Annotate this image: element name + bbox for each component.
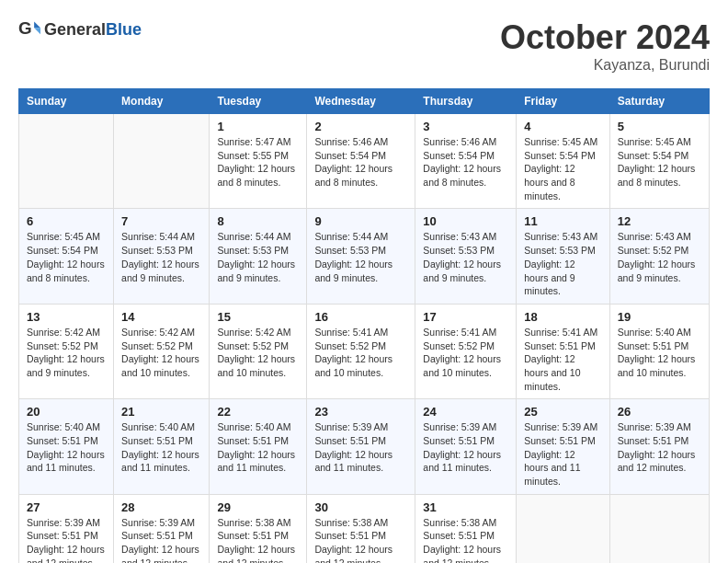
day-number: 29 — [217, 500, 299, 514]
table-row: 26Sunrise: 5:39 AMSunset: 5:51 PMDayligh… — [609, 399, 709, 494]
day-number: 21 — [121, 405, 201, 419]
table-row: 4Sunrise: 5:45 AMSunset: 5:54 PMDaylight… — [517, 114, 610, 209]
day-info: Sunrise: 5:44 AMSunset: 5:53 PMDaylight:… — [314, 230, 407, 284]
logo-text: GeneralBlue — [44, 20, 142, 40]
day-info: Sunrise: 5:46 AMSunset: 5:54 PMDaylight:… — [314, 135, 407, 190]
day-info: Sunrise: 5:42 AMSunset: 5:52 PMDaylight:… — [27, 326, 106, 380]
day-info: Sunrise: 5:47 AMSunset: 5:55 PMDaylight:… — [217, 135, 299, 190]
table-row: 29Sunrise: 5:38 AMSunset: 5:51 PMDayligh… — [210, 494, 307, 563]
day-info: Sunrise: 5:38 AMSunset: 5:51 PMDaylight:… — [314, 516, 407, 563]
table-row: 8Sunrise: 5:44 AMSunset: 5:53 PMDaylight… — [210, 209, 307, 304]
table-row: 11Sunrise: 5:43 AMSunset: 5:53 PMDayligh… — [517, 209, 610, 304]
svg-marker-1 — [34, 21, 40, 28]
col-monday: Monday — [114, 89, 210, 114]
day-number: 19 — [618, 310, 701, 324]
table-row: 31Sunrise: 5:38 AMSunset: 5:51 PMDayligh… — [415, 494, 517, 563]
day-info: Sunrise: 5:41 AMSunset: 5:52 PMDaylight:… — [423, 326, 508, 380]
day-number: 24 — [423, 405, 508, 419]
table-row: 22Sunrise: 5:40 AMSunset: 5:51 PMDayligh… — [210, 399, 307, 494]
day-number: 10 — [423, 214, 508, 228]
logo-blue: Blue — [106, 20, 142, 39]
day-info: Sunrise: 5:38 AMSunset: 5:51 PMDaylight:… — [217, 516, 299, 563]
logo-icon: G — [18, 18, 40, 40]
day-number: 11 — [524, 214, 602, 228]
calendar-table: Sunday Monday Tuesday Wednesday Thursday… — [18, 88, 710, 563]
table-row: 20Sunrise: 5:40 AMSunset: 5:51 PMDayligh… — [19, 399, 114, 494]
day-number: 18 — [524, 310, 602, 324]
table-row — [609, 494, 709, 563]
table-row: 7Sunrise: 5:44 AMSunset: 5:53 PMDaylight… — [114, 209, 210, 304]
day-number: 8 — [217, 214, 299, 228]
table-row: 12Sunrise: 5:43 AMSunset: 5:52 PMDayligh… — [609, 209, 709, 304]
day-number: 17 — [423, 310, 508, 324]
day-number: 16 — [314, 310, 407, 324]
table-row: 28Sunrise: 5:39 AMSunset: 5:51 PMDayligh… — [114, 494, 210, 563]
table-row: 23Sunrise: 5:39 AMSunset: 5:51 PMDayligh… — [307, 399, 415, 494]
table-row: 13Sunrise: 5:42 AMSunset: 5:52 PMDayligh… — [19, 304, 114, 398]
day-number: 28 — [121, 500, 201, 514]
table-row: 19Sunrise: 5:40 AMSunset: 5:51 PMDayligh… — [609, 304, 709, 398]
table-row: 24Sunrise: 5:39 AMSunset: 5:51 PMDayligh… — [415, 399, 517, 494]
col-thursday: Thursday — [415, 89, 517, 114]
month-title: October 2024 — [500, 18, 710, 57]
table-row: 14Sunrise: 5:42 AMSunset: 5:52 PMDayligh… — [114, 304, 210, 398]
day-number: 1 — [217, 120, 299, 133]
logo: G GeneralBlue — [18, 18, 142, 40]
day-info: Sunrise: 5:45 AMSunset: 5:54 PMDaylight:… — [618, 135, 701, 190]
day-info: Sunrise: 5:39 AMSunset: 5:51 PMDaylight:… — [423, 420, 508, 475]
day-number: 30 — [314, 500, 407, 514]
day-info: Sunrise: 5:43 AMSunset: 5:53 PMDaylight:… — [423, 230, 508, 284]
day-info: Sunrise: 5:46 AMSunset: 5:54 PMDaylight:… — [423, 135, 508, 190]
table-row: 1Sunrise: 5:47 AMSunset: 5:55 PMDaylight… — [210, 114, 307, 209]
day-info: Sunrise: 5:38 AMSunset: 5:51 PMDaylight:… — [423, 516, 508, 563]
day-info: Sunrise: 5:45 AMSunset: 5:54 PMDaylight:… — [524, 135, 602, 202]
day-info: Sunrise: 5:44 AMSunset: 5:53 PMDaylight:… — [121, 230, 201, 284]
day-info: Sunrise: 5:39 AMSunset: 5:51 PMDaylight:… — [618, 420, 701, 475]
day-number: 31 — [423, 500, 508, 514]
day-info: Sunrise: 5:42 AMSunset: 5:52 PMDaylight:… — [217, 326, 299, 380]
svg-text:G: G — [18, 18, 32, 38]
table-row: 15Sunrise: 5:42 AMSunset: 5:52 PMDayligh… — [210, 304, 307, 398]
day-info: Sunrise: 5:39 AMSunset: 5:51 PMDaylight:… — [524, 420, 602, 488]
day-info: Sunrise: 5:40 AMSunset: 5:51 PMDaylight:… — [27, 420, 106, 475]
day-info: Sunrise: 5:39 AMSunset: 5:51 PMDaylight:… — [27, 516, 106, 563]
day-number: 3 — [423, 120, 508, 133]
table-row: 6Sunrise: 5:45 AMSunset: 5:54 PMDaylight… — [19, 209, 114, 304]
table-row — [19, 114, 114, 209]
table-row — [517, 494, 610, 563]
table-row: 2Sunrise: 5:46 AMSunset: 5:54 PMDaylight… — [307, 114, 415, 209]
table-row: 17Sunrise: 5:41 AMSunset: 5:52 PMDayligh… — [415, 304, 517, 398]
table-row: 10Sunrise: 5:43 AMSunset: 5:53 PMDayligh… — [415, 209, 517, 304]
day-info: Sunrise: 5:43 AMSunset: 5:52 PMDaylight:… — [618, 230, 701, 284]
day-info: Sunrise: 5:39 AMSunset: 5:51 PMDaylight:… — [121, 516, 201, 563]
table-row: 21Sunrise: 5:40 AMSunset: 5:51 PMDayligh… — [114, 399, 210, 494]
col-saturday: Saturday — [609, 89, 709, 114]
table-row: 9Sunrise: 5:44 AMSunset: 5:53 PMDaylight… — [307, 209, 415, 304]
day-number: 15 — [217, 310, 299, 324]
title-area: October 2024 Kayanza, Burundi — [500, 18, 710, 74]
table-row: 3Sunrise: 5:46 AMSunset: 5:54 PMDaylight… — [415, 114, 517, 209]
header: G GeneralBlue October 2024 Kayanza, Buru… — [18, 18, 710, 74]
day-info: Sunrise: 5:42 AMSunset: 5:52 PMDaylight:… — [121, 326, 201, 380]
day-info: Sunrise: 5:39 AMSunset: 5:51 PMDaylight:… — [314, 420, 407, 475]
day-number: 5 — [618, 120, 701, 133]
day-number: 23 — [314, 405, 407, 419]
table-row: 18Sunrise: 5:41 AMSunset: 5:51 PMDayligh… — [517, 304, 610, 398]
day-number: 13 — [27, 310, 106, 324]
calendar-week-row: 6Sunrise: 5:45 AMSunset: 5:54 PMDaylight… — [19, 209, 710, 304]
day-info: Sunrise: 5:40 AMSunset: 5:51 PMDaylight:… — [618, 326, 701, 380]
table-row: 27Sunrise: 5:39 AMSunset: 5:51 PMDayligh… — [19, 494, 114, 563]
table-row: 30Sunrise: 5:38 AMSunset: 5:51 PMDayligh… — [307, 494, 415, 563]
col-friday: Friday — [517, 89, 610, 114]
day-info: Sunrise: 5:44 AMSunset: 5:53 PMDaylight:… — [217, 230, 299, 284]
calendar-week-row: 27Sunrise: 5:39 AMSunset: 5:51 PMDayligh… — [19, 494, 710, 563]
table-row: 16Sunrise: 5:41 AMSunset: 5:52 PMDayligh… — [307, 304, 415, 398]
day-number: 20 — [27, 405, 106, 419]
logo-general: General — [44, 20, 106, 39]
svg-marker-2 — [34, 28, 40, 34]
calendar-week-row: 1Sunrise: 5:47 AMSunset: 5:55 PMDaylight… — [19, 114, 710, 209]
day-info: Sunrise: 5:43 AMSunset: 5:53 PMDaylight:… — [524, 230, 602, 297]
day-number: 22 — [217, 405, 299, 419]
calendar-week-row: 13Sunrise: 5:42 AMSunset: 5:52 PMDayligh… — [19, 304, 710, 398]
location-subtitle: Kayanza, Burundi — [500, 57, 710, 74]
